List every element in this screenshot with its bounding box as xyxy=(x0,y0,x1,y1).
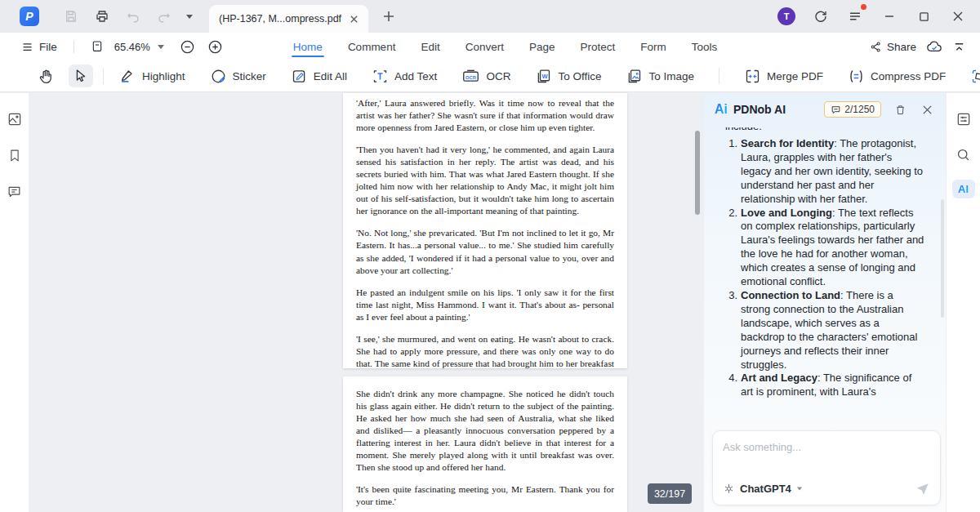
user-avatar[interactable]: T xyxy=(777,7,795,25)
bookmarks-panel-icon[interactable] xyxy=(5,145,24,165)
tab-close-icon[interactable] xyxy=(350,15,359,24)
sync-icon[interactable] xyxy=(812,7,830,25)
select-tool-button[interactable] xyxy=(69,65,93,87)
page-indicator-badge: 32/197 xyxy=(648,483,692,504)
to-office-button[interactable]: W To Office xyxy=(535,68,601,85)
comments-panel-icon[interactable] xyxy=(5,181,24,201)
quota-badge[interactable]: 2/1250 xyxy=(824,101,881,118)
redo-icon[interactable] xyxy=(155,7,173,25)
main-menu-icon[interactable] xyxy=(846,7,864,25)
app-logo-icon[interactable]: P xyxy=(20,7,39,26)
highlight-label: Highlight xyxy=(142,70,185,82)
minimize-icon[interactable] xyxy=(880,7,898,25)
add-text-button[interactable]: Add Text xyxy=(372,68,437,85)
pdf-paragraph: He pasted an indulgent smile on his lips… xyxy=(356,287,614,323)
ai-assistant-icon[interactable]: AI xyxy=(952,180,975,198)
close-window-icon[interactable] xyxy=(949,7,967,25)
cloud-sync-icon[interactable] xyxy=(926,40,943,54)
tab-form[interactable]: Form xyxy=(639,35,668,59)
ai-scrollbar[interactable] xyxy=(941,199,944,318)
tab-convert[interactable]: Convert xyxy=(464,35,506,59)
print-icon[interactable] xyxy=(93,7,111,25)
zoom-level-value[interactable]: 65.46% xyxy=(114,41,150,53)
pdf-page-33[interactable]: She didn't drink any more champagne. She… xyxy=(343,376,627,512)
screen-tools-button[interactable]: Screen Tools xyxy=(970,68,980,85)
maximize-icon[interactable] xyxy=(915,7,933,25)
merge-pdf-button[interactable]: Merge PDF xyxy=(744,68,823,85)
ai-panel-header: Ai PDNob AI 2/1250 xyxy=(704,93,946,126)
file-menu-label: File xyxy=(39,41,57,53)
to-image-button[interactable]: To Image xyxy=(626,68,694,85)
thumbnails-panel-icon[interactable] xyxy=(5,109,24,129)
ask-input-card: ChatGPT4 xyxy=(712,430,941,505)
to-image-label: To Image xyxy=(648,70,694,82)
ai-response-area[interactable]: include: 1. Search for Identity: The pro… xyxy=(704,127,946,421)
pdf-page-32[interactable]: 'After,' Laura answered briefly. Was it … xyxy=(343,93,627,368)
properties-panel-icon[interactable] xyxy=(954,109,973,129)
send-icon[interactable] xyxy=(915,481,930,496)
pdf-paragraph: 'It's been quite fascinating meeting you… xyxy=(356,483,614,508)
clear-chat-icon[interactable] xyxy=(892,101,908,118)
ask-input[interactable] xyxy=(723,441,930,481)
merge-pdf-icon xyxy=(744,68,761,85)
compress-pdf-button[interactable]: Compress PDF xyxy=(848,68,946,85)
close-ai-panel-icon[interactable] xyxy=(919,101,935,118)
search-icon[interactable] xyxy=(954,145,973,164)
to-image-icon xyxy=(626,68,643,85)
item-number: 2. xyxy=(725,207,737,289)
share-label: Share xyxy=(887,41,916,53)
zoom-dropdown-icon[interactable] xyxy=(158,45,164,49)
ribbon-tabs: Home Comment Edit Convert Page Protect F… xyxy=(292,35,719,59)
tab-home[interactable]: Home xyxy=(292,35,324,59)
tab-protect[interactable]: Protect xyxy=(578,35,617,59)
ai-summary-list: 1. Search for Identity: The protagonist,… xyxy=(704,135,946,399)
tab-tools[interactable]: Tools xyxy=(690,35,719,59)
divider xyxy=(74,40,74,53)
cursor-icon xyxy=(73,68,89,84)
divider xyxy=(719,68,719,84)
item-number: 3. xyxy=(725,289,737,372)
ocr-label: OCR xyxy=(486,70,510,82)
left-sidebar xyxy=(0,93,29,512)
document-tab[interactable]: (HP-1367, M...ompress.pdf xyxy=(209,5,368,33)
item-number: 4. xyxy=(725,372,737,399)
chat-quota-icon xyxy=(831,105,841,115)
ai-list-item: 2. Love and Longing: The text reflects o… xyxy=(725,207,924,289)
tab-page[interactable]: Page xyxy=(528,35,557,59)
quota-value: 2/1250 xyxy=(844,104,875,115)
zoom-out-icon[interactable] xyxy=(180,39,195,55)
right-sidebar: AI xyxy=(946,93,980,512)
edit-all-icon xyxy=(291,68,308,85)
document-tab-title: (HP-1367, M...ompress.pdf xyxy=(219,13,341,24)
compress-pdf-label: Compress PDF xyxy=(871,70,946,82)
item-title: Love and Longing xyxy=(741,207,832,219)
tab-edit[interactable]: Edit xyxy=(419,35,441,59)
ai-list-item: 1. Search for Identity: The protagonist,… xyxy=(725,137,924,207)
undo-icon[interactable] xyxy=(124,7,142,25)
zoom-in-icon[interactable] xyxy=(207,39,223,55)
tab-comment[interactable]: Comment xyxy=(346,35,398,59)
share-button[interactable]: Share xyxy=(870,41,916,53)
ocr-button[interactable]: OCR OCR xyxy=(461,68,510,85)
edit-all-label: Edit All xyxy=(314,70,347,82)
model-dropdown-icon[interactable] xyxy=(797,488,802,491)
hand-tool-button[interactable] xyxy=(34,65,59,87)
document-viewport[interactable]: 'After,' Laura answered briefly. Was it … xyxy=(29,93,704,512)
page-fit-icon[interactable] xyxy=(91,40,104,53)
add-text-label: Add Text xyxy=(394,70,437,82)
model-selector[interactable]: ChatGPT4 xyxy=(740,483,791,495)
pdf-paragraph: 'No. Not long,' she prevaricated. 'But I… xyxy=(356,227,614,276)
highlight-icon xyxy=(118,67,136,85)
history-dropdown-icon[interactable] xyxy=(186,15,193,19)
ai-panel: Ai PDNob AI 2/1250 include: 1. Search fo… xyxy=(704,93,946,512)
file-menu[interactable]: File xyxy=(21,41,57,53)
save-icon[interactable] xyxy=(62,7,80,25)
new-tab-icon[interactable] xyxy=(380,7,398,25)
highlight-button[interactable]: Highlight xyxy=(118,67,185,85)
edit-all-button[interactable]: Edit All xyxy=(291,68,347,85)
compress-pdf-icon xyxy=(848,68,865,85)
sticker-button[interactable]: Sticker xyxy=(210,68,266,85)
collapse-ribbon-icon[interactable] xyxy=(953,41,965,53)
item-title: Search for Identity xyxy=(741,137,834,149)
document-scrollbar[interactable] xyxy=(695,131,700,215)
